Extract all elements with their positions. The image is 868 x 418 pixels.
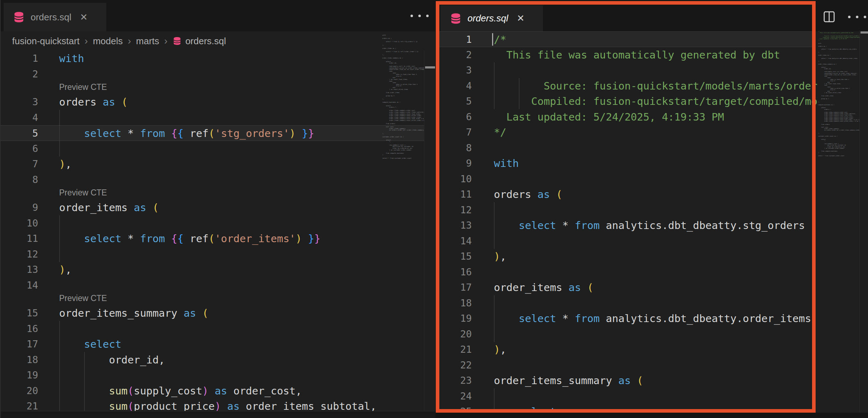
line-number: 13 [1, 262, 38, 277]
code-line[interactable]: 5 select * from {{ ref('stg_orders') }} [1, 125, 424, 141]
line-number: 19 [438, 311, 472, 326]
code-line[interactable]: 12 [438, 202, 815, 218]
line-number: 25 [438, 404, 472, 413]
code-text: select * from analytics.dbt_dbeatty.stg_… [494, 218, 805, 233]
line-number: 3 [438, 62, 472, 78]
indent-guide [494, 388, 495, 404]
code-line[interactable]: 13 select * from analytics.dbt_dbeatty.s… [438, 218, 815, 233]
code-line[interactable]: 16 [1, 321, 424, 337]
code-text: select [59, 336, 122, 352]
line-number: 7 [1, 156, 38, 172]
line-number: 18 [438, 295, 472, 311]
overview-ruler-left[interactable] [424, 51, 435, 418]
codelens-row: Preview CTE [1, 187, 424, 200]
line-number: 4 [1, 110, 38, 126]
code-line[interactable]: 4 [1, 110, 424, 126]
code-text: ), [494, 249, 506, 264]
line-number: 2 [1, 66, 38, 82]
code-line[interactable]: 17order_items as ( [438, 280, 815, 295]
code-text: select [494, 404, 556, 413]
code-line[interactable]: 15), [438, 249, 815, 264]
codelens-preview-cte[interactable]: Preview CTE [59, 188, 107, 198]
code-text: select * from analytics.dbt_dbeatty.orde… [494, 311, 811, 326]
code-line[interactable]: 4 Source: fusion-quickstart/models/marts… [438, 78, 815, 94]
code-line[interactable]: 14 [1, 277, 424, 293]
code-line[interactable]: 21), [438, 342, 815, 357]
editor-group-left: orders.sql ✕ fusion-quickstart›models›ma… [1, 0, 435, 418]
code-line[interactable]: 5 Compiled: fusion-quickstart/target/com… [438, 93, 815, 109]
line-number: 20 [438, 326, 472, 342]
code-line[interactable]: 25 select [438, 404, 815, 413]
code-line[interactable]: 1with [1, 51, 424, 66]
indent-guide [494, 202, 495, 218]
code-line[interactable]: 8 [438, 140, 815, 156]
code-line[interactable]: 15order_items_summary as ( [1, 305, 424, 321]
codelens-preview-cte[interactable]: Preview CTE [59, 82, 107, 92]
code-line[interactable]: 10 [438, 171, 815, 187]
indent-guide [59, 141, 60, 157]
indent-guide [494, 233, 495, 249]
code-line[interactable]: 10 [1, 215, 424, 231]
indent-guide [59, 367, 60, 383]
horizontal-scrollbar-track[interactable] [1, 411, 435, 418]
code-line[interactable]: 1/* [438, 31, 815, 47]
indent-guide [59, 246, 60, 262]
code-line[interactable]: 6 Last updated: 5/24/2025, 4:19:33 PM [438, 109, 815, 125]
code-line[interactable]: 20 [438, 326, 815, 342]
line-number: 15 [1, 305, 38, 321]
code-text: order_items as ( [494, 280, 593, 295]
code-line[interactable]: 11orders as ( [438, 187, 815, 202]
code-line[interactable]: 18 order_id, [1, 352, 424, 368]
code-line[interactable]: 3orders as ( [1, 94, 424, 110]
line-number: 8 [438, 140, 472, 156]
code-line[interactable]: 23order_items_summary as ( [438, 373, 815, 388]
code-text: order_id, [59, 352, 165, 368]
codelens-preview-cte[interactable]: Preview CTE [59, 294, 107, 303]
code-text: with [59, 51, 84, 66]
code-line[interactable]: 16 [438, 264, 815, 280]
code-line[interactable]: 14 [438, 233, 815, 249]
editor-group-right: orders.sql ✕ 1/*2 This file was automati… [438, 0, 868, 413]
code-line[interactable]: 7*/ [438, 124, 815, 140]
code-area-left[interactable]: 1with2Preview CTE3orders as (45 select *… [1, 0, 435, 418]
line-number: 18 [1, 352, 38, 368]
minimap-left[interactable]: with orders as ( select * from {{ ref('s… [381, 35, 424, 277]
code-line[interactable]: 20 sum(supply_cost) as order_cost, [1, 383, 424, 399]
code-text: /* [494, 32, 506, 47]
code-text: ), [59, 262, 72, 277]
code-line[interactable]: 6 [1, 141, 424, 157]
code-area-right[interactable]: 1/*2 This file was automatically generat… [438, 0, 868, 413]
code-text: ), [59, 156, 72, 172]
code-line[interactable]: 11 select * from {{ ref('order_items') }… [1, 231, 424, 246]
line-number: 5 [438, 93, 472, 109]
text-cursor [492, 33, 493, 46]
cursor-position-marker [425, 66, 435, 68]
line-number: 6 [438, 109, 472, 125]
code-text: ), [494, 342, 506, 357]
code-line[interactable]: 8 [1, 172, 424, 188]
code-line[interactable]: 24 [438, 388, 815, 404]
code-line[interactable]: 19 [1, 367, 424, 383]
indent-guide [494, 326, 495, 342]
code-line[interactable]: 3 [438, 62, 815, 78]
code-line[interactable]: 19 select * from analytics.dbt_dbeatty.o… [438, 311, 815, 326]
line-number: 15 [438, 249, 472, 264]
code-line[interactable]: 18 [438, 295, 815, 311]
line-number: 20 [1, 383, 38, 399]
code-line[interactable]: 13), [1, 262, 424, 277]
code-line[interactable]: 12 [1, 246, 424, 262]
line-number: 9 [438, 156, 472, 171]
code-line[interactable]: 7), [1, 156, 424, 172]
code-line[interactable]: 2 [1, 66, 424, 82]
indent-guide [59, 110, 60, 126]
code-line[interactable]: 9with [438, 156, 815, 171]
code-line[interactable]: 2 This file was automatically generated … [438, 47, 815, 63]
code-line[interactable]: 22 [438, 357, 815, 373]
code-line[interactable]: 17 select [1, 336, 424, 352]
line-number: 12 [1, 246, 38, 262]
minimap-right[interactable]: /* This file was automatically generated… [817, 31, 859, 245]
code-line[interactable]: 9order_items as ( [1, 200, 424, 215]
code-text: orders as ( [494, 187, 562, 202]
line-number: 17 [438, 280, 472, 295]
overview-ruler-right[interactable] [859, 31, 868, 413]
